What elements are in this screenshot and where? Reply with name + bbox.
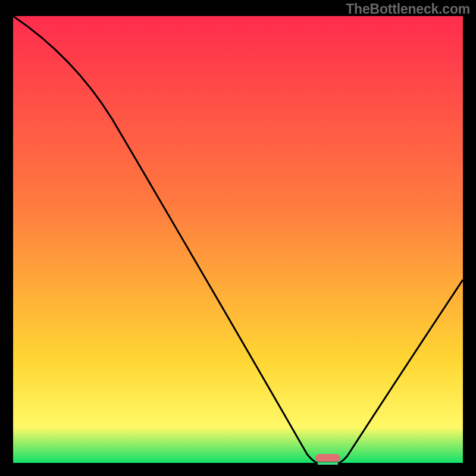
optimum-underline xyxy=(318,462,338,465)
optimum-pill xyxy=(315,454,340,462)
optimum-marker xyxy=(315,454,340,465)
attribution-watermark: TheBottleneck.com xyxy=(346,1,470,17)
bottleneck-chart xyxy=(0,0,476,476)
plot-background xyxy=(13,16,463,463)
chart-frame: { "attribution": "TheBottleneck.com", "c… xyxy=(0,0,476,476)
